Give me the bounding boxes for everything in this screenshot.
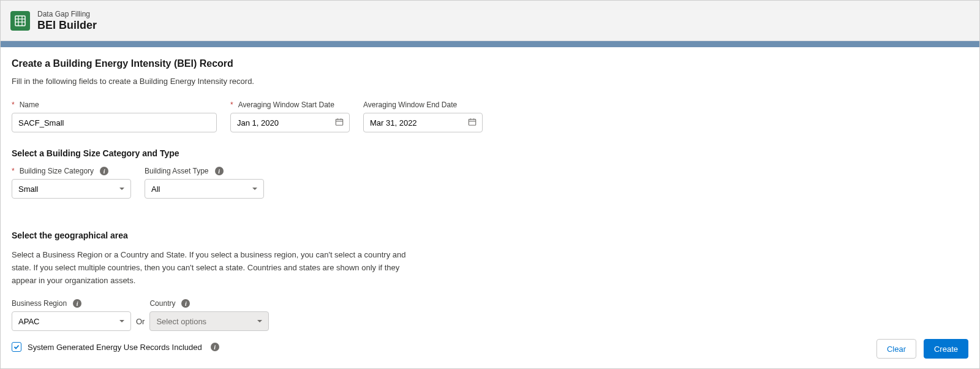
info-icon[interactable]: i [181, 299, 190, 308]
name-label: *Name [12, 101, 217, 109]
country-select[interactable]: Select options [149, 311, 269, 331]
system-generated-label: System Generated Energy Use Records Incl… [28, 343, 202, 352]
end-date-label: Averaging Window End Date [363, 101, 483, 109]
name-input[interactable] [12, 113, 217, 132]
asset-type-select[interactable]: All [145, 179, 264, 199]
end-date-input[interactable] [363, 113, 483, 132]
clear-button[interactable]: Clear [876, 339, 916, 359]
info-icon[interactable]: i [100, 167, 108, 175]
page-title: Create a Building Energy Intensity (BEI)… [12, 58, 968, 69]
info-icon[interactable]: i [73, 299, 81, 308]
page-description: Fill in the following fields to create a… [12, 77, 968, 86]
asset-type-label: Building Asset Type i [145, 167, 264, 175]
start-date-label: *Averaging Window Start Date [230, 101, 350, 109]
section-size-title: Select a Building Size Category and Type [12, 148, 968, 158]
svg-rect-0 [15, 16, 25, 26]
app-icon [10, 11, 30, 31]
section-geo-title: Select the geographical area [12, 230, 968, 240]
info-icon[interactable]: i [211, 343, 219, 351]
size-category-select[interactable]: Small [12, 179, 131, 199]
size-category-label: *Building Size Category i [12, 167, 131, 175]
or-label: Or [136, 317, 145, 331]
system-generated-checkbox[interactable] [12, 342, 21, 352]
info-icon[interactable]: i [215, 167, 224, 175]
business-region-label: Business Region i [12, 299, 131, 308]
header-subtitle: Data Gap Filling [37, 10, 97, 18]
section-geo-description: Select a Business Region or a Country an… [12, 249, 416, 287]
country-label: Country i [149, 299, 269, 308]
start-date-input[interactable] [230, 113, 350, 132]
divider-strip [1, 41, 979, 47]
business-region-select[interactable]: APAC [12, 311, 131, 331]
page-header: Data Gap Filling BEI Builder [1, 1, 979, 41]
create-button[interactable]: Create [924, 339, 968, 359]
header-title: BEI Builder [37, 19, 97, 32]
